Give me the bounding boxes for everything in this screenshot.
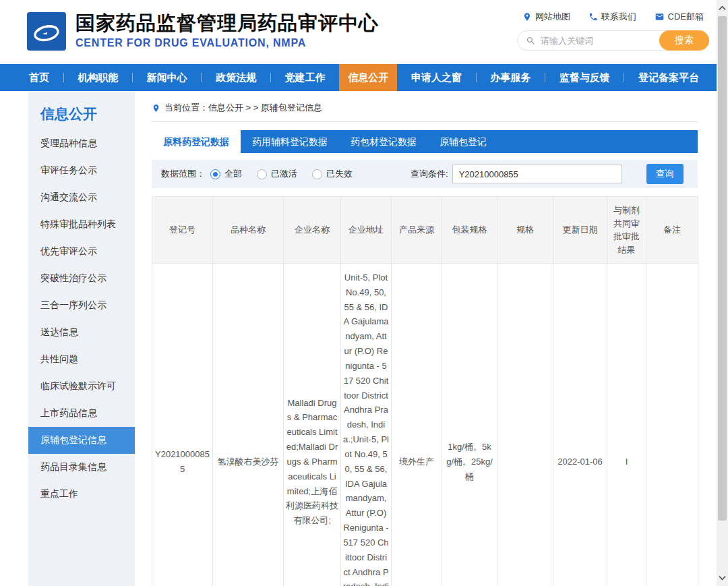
radio-activated[interactable] xyxy=(257,169,267,179)
site-header: 国家药品监督管理局药品审评中心 CENTER FOR DRUG EVALUATI… xyxy=(0,0,728,64)
col-company-name: 企业名称 xyxy=(284,197,341,264)
main-nav: 首页 机构职能 新闻中心 政策法规 党建工作 信息公开 申请人之窗 办事服务 监… xyxy=(0,64,728,91)
cde-logo xyxy=(27,12,66,51)
header-right: 网站地图 联系我们 CDE邮箱 搜索 xyxy=(517,11,709,51)
nav-separator xyxy=(270,73,271,82)
quick-links: 网站地图 联系我们 CDE邮箱 xyxy=(517,11,709,23)
col-update-date: 更新日期 xyxy=(553,197,607,264)
search-icon xyxy=(526,36,536,46)
cell-remarks xyxy=(646,264,698,586)
site-search: 搜索 xyxy=(517,30,709,51)
nav-item-registration-platform[interactable]: 登记备案平台 xyxy=(630,64,708,91)
search-input[interactable] xyxy=(541,36,642,46)
tab-api-registration[interactable]: 原料药登记数据 xyxy=(152,130,241,153)
sidebar-item-clinical-trial-license[interactable]: 临床试验默示许可 xyxy=(28,373,135,400)
sidebar: 信息公开 受理品种信息 审评任务公示 沟通交流公示 特殊审批品种列表 优先审评公… xyxy=(28,91,135,586)
query-bar: 数据范围： 全部 已激活 已失效 查询条件: 查询 xyxy=(152,160,698,188)
tab-raw-aux-pack[interactable]: 原辅包登记 xyxy=(428,130,498,153)
col-variety-name: 品种名称 xyxy=(213,197,284,264)
nav-item-policy[interactable]: 政策法规 xyxy=(207,64,265,91)
sidebar-item-review-tasks[interactable]: 审评任务公示 xyxy=(28,157,135,184)
nav-item-applicant[interactable]: 申请人之窗 xyxy=(402,64,471,91)
col-company-address: 企业地址 xyxy=(341,197,392,264)
nav-separator xyxy=(63,73,64,82)
contact-label: 联系我们 xyxy=(601,11,636,23)
scroll-up-button[interactable] xyxy=(717,1,728,15)
radio-expired-label[interactable]: 已失效 xyxy=(326,168,353,180)
results-table: 登记号 品种名称 企业名称 企业地址 产品来源 包装规格 规格 更新日期 与制剂… xyxy=(152,196,698,586)
brand-text: 国家药品监督管理局药品审评中心 CENTER FOR DRUG EVALUATI… xyxy=(75,12,379,49)
vertical-scrollbar[interactable] xyxy=(717,0,728,586)
cell-joint-review-result: I xyxy=(607,264,646,586)
nav-item-services[interactable]: 办事服务 xyxy=(481,64,539,91)
site-subtitle: CENTER FOR DRUG EVALUATION, NMPA xyxy=(75,37,379,49)
sidebar-item-delivery-info[interactable]: 送达信息 xyxy=(28,319,135,346)
sidebar-item-key-work[interactable]: 重点工作 xyxy=(28,481,135,508)
nav-item-party[interactable]: 党建工作 xyxy=(276,64,334,91)
contact-link[interactable]: 联系我们 xyxy=(588,11,636,23)
cde-mail-link[interactable]: CDE邮箱 xyxy=(655,11,704,23)
breadcrumb: 当前位置：信息公开 > > 原辅包登记信息 xyxy=(152,102,698,122)
cell-variety-name: 氢溴酸右美沙芬 xyxy=(213,264,284,586)
col-joint-review-result: 与制剂共同审批审批结果 xyxy=(607,197,646,264)
sidebar-item-priority-review[interactable]: 优先审评公示 xyxy=(28,238,135,265)
sitemap-label: 网站地图 xyxy=(535,11,570,23)
condition-input[interactable] xyxy=(452,165,622,183)
sidebar-item-three-in-one[interactable]: 三合一序列公示 xyxy=(28,292,135,319)
nav-item-news[interactable]: 新闻中心 xyxy=(138,64,196,91)
sidebar-item-special-approval[interactable]: 特殊审批品种列表 xyxy=(28,211,135,238)
table-header-row: 登记号 品种名称 企业名称 企业地址 产品来源 包装规格 规格 更新日期 与制剂… xyxy=(152,197,698,264)
scroll-down-button[interactable] xyxy=(717,571,728,585)
sidebar-item-drug-catalog[interactable]: 药品目录集信息 xyxy=(28,454,135,481)
main-area: 信息公开 受理品种信息 审评任务公示 沟通交流公示 特殊审批品种列表 优先审评公… xyxy=(0,91,728,586)
sidebar-item-breakthrough-therapy[interactable]: 突破性治疗公示 xyxy=(28,265,135,292)
cell-product-source: 境外生产 xyxy=(392,264,442,586)
scrollbar-thumb[interactable] xyxy=(718,16,727,521)
content: 当前位置：信息公开 > > 原辅包登记信息 原料药登记数据 药用辅料登记数据 药… xyxy=(152,102,698,586)
sidebar-item-accepted-varieties[interactable]: 受理品种信息 xyxy=(28,130,135,157)
nav-separator xyxy=(624,73,624,82)
query-button[interactable]: 查询 xyxy=(646,164,684,184)
nav-separator xyxy=(132,73,133,82)
radio-all[interactable] xyxy=(210,169,220,179)
nav-item-home[interactable]: 首页 xyxy=(20,64,58,91)
table-row[interactable]: Y20210000855 氢溴酸右美沙芬 Malladi Drugs & Pha… xyxy=(152,264,698,586)
cell-company-name: Malladi Drugs & Pharmaceuticals Limited;… xyxy=(284,264,341,586)
col-remarks: 备注 xyxy=(646,197,698,264)
phone-icon xyxy=(588,12,598,22)
tab-packaging-registration[interactable]: 药包材登记数据 xyxy=(339,130,428,153)
nav-item-functions[interactable]: 机构职能 xyxy=(69,64,127,91)
sidebar-item-marketed-drugs[interactable]: 上市药品信息 xyxy=(28,400,135,427)
cell-company-address: Unit-5, Plot No.49, 50, 55 & 56, IDA Gaj… xyxy=(341,264,392,586)
radio-all-label[interactable]: 全部 xyxy=(224,168,242,180)
nav-separator xyxy=(201,73,202,82)
nav-separator xyxy=(545,73,545,82)
sidebar-item-common-issues[interactable]: 共性问题 xyxy=(28,346,135,373)
sidebar-item-communication[interactable]: 沟通交流公示 xyxy=(28,184,135,211)
cell-packaging-spec: 1kg/桶。5kg/桶。25kg/桶 xyxy=(442,264,497,586)
nav-separator xyxy=(476,73,477,82)
breadcrumb-text: 当前位置：信息公开 > > 原辅包登记信息 xyxy=(164,102,322,114)
location-pin-icon xyxy=(152,104,160,113)
radio-expired[interactable] xyxy=(312,169,322,179)
sidebar-item-raw-material-registration[interactable]: 原辅包登记信息 xyxy=(28,427,135,454)
nav-item-info-disclosure[interactable]: 信息公开 xyxy=(339,64,397,91)
scope-label: 数据范围： xyxy=(161,168,205,180)
tab-excipient-registration[interactable]: 药用辅料登记数据 xyxy=(241,130,339,153)
brand: 国家药品监督管理局药品审评中心 CENTER FOR DRUG EVALUATI… xyxy=(27,12,379,51)
col-registration-no: 登记号 xyxy=(152,197,213,264)
cell-update-date: 2022-01-06 xyxy=(553,264,607,586)
col-spec: 规格 xyxy=(497,197,553,264)
nav-item-supervision[interactable]: 监督与反馈 xyxy=(551,64,619,91)
page: 国家药品监督管理局药品审评中心 CENTER FOR DRUG EVALUATI… xyxy=(0,0,728,586)
data-tabs: 原料药登记数据 药用辅料登记数据 药包材登记数据 原辅包登记 xyxy=(152,130,698,153)
chevron-down-icon xyxy=(719,575,726,581)
search-button[interactable]: 搜索 xyxy=(659,30,709,51)
col-packaging-spec: 包装规格 xyxy=(442,197,497,264)
cell-spec xyxy=(497,264,553,586)
radio-activated-label[interactable]: 已激活 xyxy=(271,168,297,180)
mail-icon xyxy=(655,12,665,22)
sitemap-link[interactable]: 网站地图 xyxy=(522,11,570,23)
col-product-source: 产品来源 xyxy=(392,197,442,264)
chevron-up-icon xyxy=(719,5,726,11)
